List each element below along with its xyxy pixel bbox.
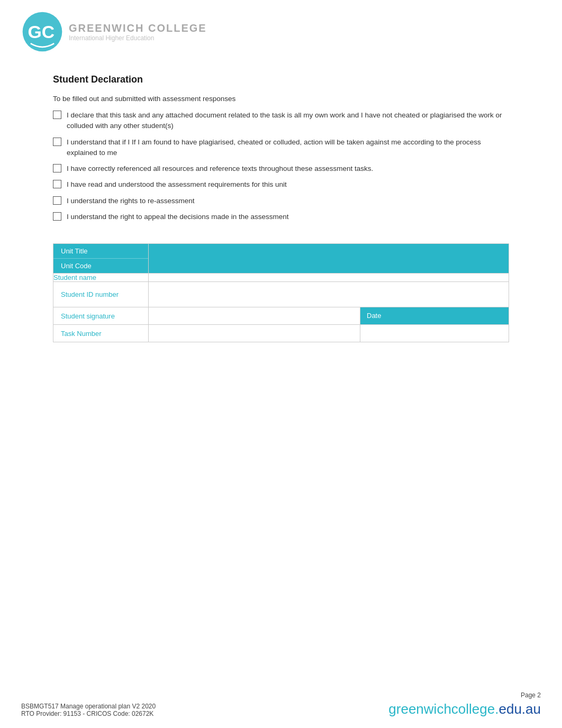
declaration-item-4: I have read and understood the assessmen…: [53, 179, 509, 190]
unit-title-code-input[interactable]: [149, 255, 509, 263]
declaration-item-6: I understand the right to appeal the dec…: [53, 212, 509, 222]
checkbox-3[interactable]: [53, 164, 61, 172]
task-number-row: Task Number: [53, 325, 509, 342]
student-name-label: Student name: [53, 274, 149, 282]
student-signature-value-cell: [149, 307, 360, 324]
footer-line2: RTO Provider: 91153 - CRICOS Code: 02672…: [21, 710, 156, 717]
footer-line1: BSBMGT517 Manage operational plan V2 202…: [21, 703, 156, 710]
task-number-extra-cell: [360, 325, 509, 342]
logo-text-sub: International Higher Education: [69, 34, 207, 42]
logo-text-main: GREENWICH COLLEGE: [69, 22, 207, 34]
declaration-item-2: I understand that if I If I am found to …: [53, 137, 509, 159]
intro-text: To be filled out and submitted with asse…: [53, 95, 509, 103]
footer-top-row: Page 2: [21, 691, 541, 699]
info-table: Unit Title Unit Code Student name: [53, 243, 509, 342]
student-name-value-cell: [149, 274, 509, 282]
logo-container: GC GREENWICH COLLEGE International Highe…: [21, 11, 541, 53]
student-id-label: Student ID number: [53, 286, 148, 303]
student-id-row: Student ID number: [53, 282, 509, 307]
footer-site-part2: edu.au: [498, 701, 541, 717]
checkbox-5[interactable]: [53, 196, 61, 205]
declaration-text-6: I understand the right to appeal the dec…: [67, 212, 289, 222]
logo-icon: GC: [21, 11, 64, 53]
task-number-value-cell: [149, 325, 360, 342]
student-id-value-cell: [149, 282, 509, 307]
footer-left: BSBMGT517 Manage operational plan V2 202…: [21, 703, 156, 717]
unit-title-label: Unit Title: [53, 244, 148, 259]
student-signature-label: Student signature: [53, 308, 148, 324]
declaration-text-1: I declare that this task and any attache…: [67, 110, 509, 132]
footer-site: greenwichcollege. edu.au: [388, 701, 541, 717]
declaration-text-3: I have correctly referenced all resource…: [67, 163, 373, 174]
page-label: Page 2: [521, 691, 541, 699]
unit-row: Unit Title Unit Code: [53, 244, 509, 274]
declaration-item-3: I have correctly referenced all resource…: [53, 163, 509, 174]
unit-code-label: Unit Code: [53, 259, 148, 273]
declaration-item-1: I declare that this task and any attache…: [53, 110, 509, 132]
date-input[interactable]: [394, 312, 502, 320]
date-label: Date: [360, 307, 387, 324]
checkbox-6[interactable]: [53, 212, 61, 221]
declaration-text-4: I have read and understood the assessmen…: [67, 179, 287, 190]
page-title: Student Declaration: [53, 74, 509, 85]
declaration-text-5: I understand the rights to re-assessment: [67, 196, 195, 206]
svg-text:GC: GC: [28, 22, 55, 42]
checkbox-1[interactable]: [53, 111, 61, 119]
footer: Page 2 BSBMGT517 Manage operational plan…: [0, 681, 562, 728]
declaration-list: I declare that this task and any attache…: [53, 110, 509, 222]
student-name-row: Student name: [53, 274, 509, 282]
student-id-input[interactable]: [149, 282, 509, 307]
student-name-input[interactable]: [149, 274, 509, 281]
task-number-input[interactable]: [155, 330, 353, 338]
signature-date-row: Student signature Date: [53, 307, 509, 325]
header: GC GREENWICH COLLEGE International Highe…: [0, 0, 562, 58]
checkbox-4[interactable]: [53, 180, 61, 188]
student-signature-input[interactable]: [155, 312, 353, 320]
info-table-section: Unit Title Unit Code Student name: [53, 243, 509, 342]
checkbox-2[interactable]: [53, 138, 61, 146]
logo-text-block: GREENWICH COLLEGE International Higher E…: [69, 22, 207, 42]
main-content: Student Declaration To be filled out and…: [0, 58, 562, 374]
date-value-cell: [387, 307, 509, 324]
declaration-text-2: I understand that if I If I am found to …: [67, 137, 509, 159]
declaration-item-5: I understand the rights to re-assessment: [53, 196, 509, 206]
footer-bottom-row: BSBMGT517 Manage operational plan V2 202…: [21, 701, 541, 717]
unit-title-code-value-cell: [149, 244, 509, 274]
footer-site-part1: greenwichcollege.: [388, 701, 498, 717]
task-number-label: Task Number: [53, 325, 148, 342]
